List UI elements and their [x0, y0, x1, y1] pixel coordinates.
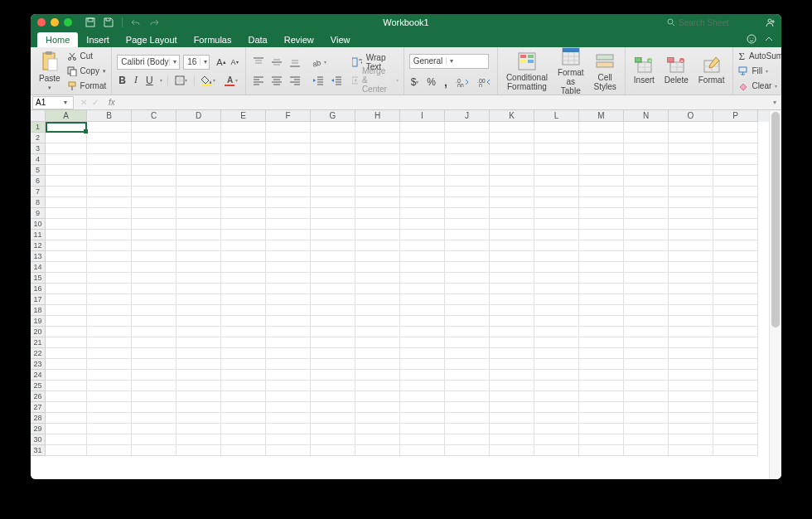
cell[interactable] [445, 391, 490, 402]
cell[interactable] [87, 370, 132, 381]
cell[interactable] [311, 327, 355, 337]
cell[interactable] [355, 176, 400, 187]
cell[interactable] [490, 391, 534, 402]
cell[interactable] [534, 413, 579, 424]
cell[interactable] [266, 219, 311, 230]
cell[interactable] [266, 370, 311, 381]
cell[interactable] [221, 284, 266, 294]
cell[interactable] [311, 316, 355, 327]
cell[interactable] [176, 230, 221, 240]
cell[interactable] [87, 434, 132, 445]
cell[interactable] [445, 402, 490, 413]
cell[interactable] [132, 273, 176, 284]
row-header[interactable]: 3 [31, 143, 46, 154]
cell[interactable] [624, 391, 669, 402]
cell[interactable] [311, 445, 355, 456]
cell[interactable] [624, 424, 669, 434]
cell[interactable] [624, 176, 669, 187]
comma-button[interactable]: , [442, 75, 449, 90]
maximize-button[interactable] [64, 18, 72, 27]
cell[interactable] [445, 133, 490, 143]
column-header[interactable]: M [579, 110, 624, 122]
cell[interactable] [132, 413, 176, 424]
cell[interactable] [669, 219, 713, 230]
cell[interactable] [534, 165, 579, 176]
cell[interactable] [176, 176, 221, 187]
cell[interactable] [46, 262, 87, 273]
cell[interactable] [445, 230, 490, 240]
cell[interactable] [400, 165, 445, 176]
cell[interactable] [46, 402, 87, 413]
cell[interactable] [624, 359, 669, 370]
cell[interactable] [400, 176, 445, 187]
tab-formulas[interactable]: Formulas [186, 32, 240, 47]
cell[interactable] [176, 284, 221, 294]
cell[interactable] [400, 230, 445, 240]
cell[interactable] [400, 381, 445, 391]
cell[interactable] [445, 327, 490, 337]
cell[interactable] [624, 348, 669, 359]
cell[interactable] [713, 370, 758, 381]
cell[interactable] [266, 294, 311, 305]
cell[interactable] [669, 445, 713, 456]
cell[interactable] [490, 370, 534, 381]
cell[interactable] [669, 187, 713, 197]
row-header[interactable]: 17 [31, 294, 46, 305]
cells-area[interactable] [46, 122, 769, 479]
cell[interactable] [713, 294, 758, 305]
cell[interactable] [713, 305, 758, 316]
cell[interactable] [266, 391, 311, 402]
cell[interactable] [46, 294, 87, 305]
cell[interactable] [490, 240, 534, 251]
cell[interactable] [445, 381, 490, 391]
cell[interactable] [713, 187, 758, 197]
close-button[interactable] [37, 18, 46, 27]
fx-icon[interactable]: fx [105, 98, 118, 107]
cell[interactable] [221, 133, 266, 143]
cell[interactable] [132, 381, 176, 391]
cell[interactable] [221, 187, 266, 197]
cell[interactable] [355, 133, 400, 143]
cell[interactable] [534, 176, 579, 187]
cell[interactable] [400, 434, 445, 445]
cell[interactable] [46, 165, 87, 176]
cell[interactable] [534, 327, 579, 337]
cell[interactable] [490, 305, 534, 316]
cell[interactable] [713, 219, 758, 230]
cell[interactable] [713, 240, 758, 251]
cell[interactable] [266, 133, 311, 143]
cell[interactable] [445, 294, 490, 305]
cell[interactable] [355, 154, 400, 165]
cell[interactable] [400, 251, 445, 262]
cell[interactable] [713, 165, 758, 176]
cell[interactable] [534, 273, 579, 284]
cell[interactable] [132, 240, 176, 251]
cell[interactable] [311, 305, 355, 316]
cell[interactable] [713, 197, 758, 208]
cell[interactable] [132, 251, 176, 262]
cell[interactable] [490, 122, 534, 133]
cell[interactable] [266, 359, 311, 370]
cell[interactable] [132, 197, 176, 208]
cell[interactable] [46, 316, 87, 327]
cell[interactable] [534, 337, 579, 348]
cell[interactable] [579, 230, 624, 240]
tab-data[interactable]: Data [239, 32, 275, 47]
cell[interactable] [624, 208, 669, 219]
cell[interactable] [669, 262, 713, 273]
cell[interactable] [221, 176, 266, 187]
cell[interactable] [669, 337, 713, 348]
cell[interactable] [490, 445, 534, 456]
cell[interactable] [490, 219, 534, 230]
cell[interactable] [87, 208, 132, 219]
column-header[interactable]: N [624, 110, 669, 122]
cell[interactable] [445, 348, 490, 359]
cell[interactable] [311, 240, 355, 251]
cell[interactable] [176, 424, 221, 434]
cell[interactable] [713, 316, 758, 327]
cell[interactable] [713, 327, 758, 337]
cell[interactable] [355, 424, 400, 434]
cell[interactable] [176, 219, 221, 230]
cell[interactable] [400, 133, 445, 143]
cell[interactable] [132, 294, 176, 305]
